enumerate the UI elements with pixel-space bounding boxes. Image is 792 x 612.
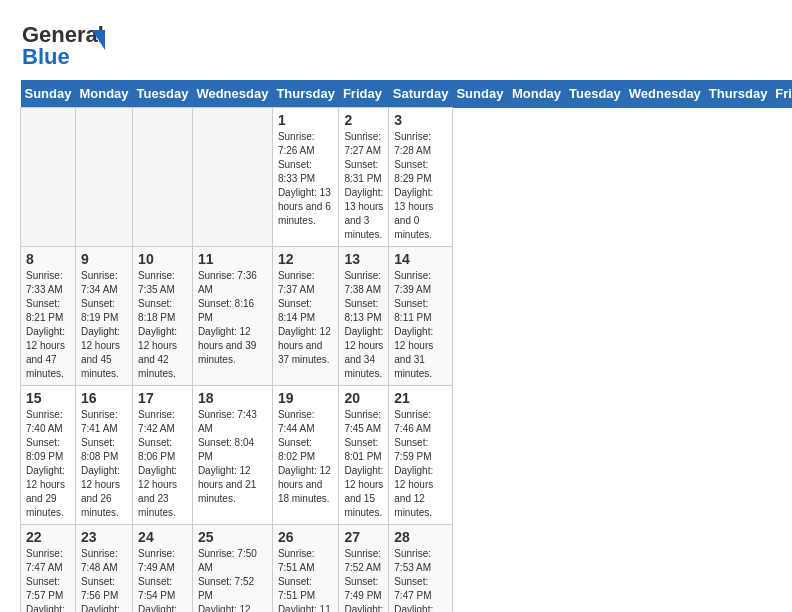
day-info: Sunrise: 7:43 AMSunset: 8:04 PMDaylight:… <box>198 408 267 506</box>
calendar-cell <box>133 108 193 247</box>
day-number: 3 <box>394 112 447 128</box>
week-row-3: 22Sunrise: 7:47 AMSunset: 7:57 PMDayligh… <box>21 525 793 613</box>
week-row-1: 8Sunrise: 7:33 AMSunset: 8:21 PMDaylight… <box>21 247 793 386</box>
calendar-cell: 22Sunrise: 7:47 AMSunset: 7:57 PMDayligh… <box>21 525 76 613</box>
calendar-table: SundayMondayTuesdayWednesdayThursdayFrid… <box>20 80 792 612</box>
day-info: Sunrise: 7:45 AMSunset: 8:01 PMDaylight:… <box>344 408 383 520</box>
calendar-cell: 28Sunrise: 7:53 AMSunset: 7:47 PMDayligh… <box>389 525 453 613</box>
day-number: 20 <box>344 390 383 406</box>
day-info: Sunrise: 7:38 AMSunset: 8:13 PMDaylight:… <box>344 269 383 381</box>
calendar-cell: 11Sunrise: 7:36 AMSunset: 8:16 PMDayligh… <box>192 247 272 386</box>
day-info: Sunrise: 7:40 AMSunset: 8:09 PMDaylight:… <box>26 408 70 520</box>
day-number: 18 <box>198 390 267 406</box>
day-header-wednesday: Wednesday <box>192 80 272 108</box>
day-header-saturday: Saturday <box>389 80 453 108</box>
logo: GeneralBlue <box>20 20 110 70</box>
day-info: Sunrise: 7:48 AMSunset: 7:56 PMDaylight:… <box>81 547 127 612</box>
calendar-cell: 19Sunrise: 7:44 AMSunset: 8:02 PMDayligh… <box>272 386 339 525</box>
page-header: GeneralBlue <box>20 20 772 70</box>
calendar-cell: 24Sunrise: 7:49 AMSunset: 7:54 PMDayligh… <box>133 525 193 613</box>
day-number: 27 <box>344 529 383 545</box>
day-header-thursday: Thursday <box>272 80 339 108</box>
day-info: Sunrise: 7:49 AMSunset: 7:54 PMDaylight:… <box>138 547 187 612</box>
day-number: 22 <box>26 529 70 545</box>
calendar-cell: 9Sunrise: 7:34 AMSunset: 8:19 PMDaylight… <box>75 247 132 386</box>
day-header-monday: Monday <box>75 80 132 108</box>
calendar-cell <box>192 108 272 247</box>
day-info: Sunrise: 7:36 AMSunset: 8:16 PMDaylight:… <box>198 269 267 367</box>
day-info: Sunrise: 7:34 AMSunset: 8:19 PMDaylight:… <box>81 269 127 381</box>
day-number: 16 <box>81 390 127 406</box>
day-info: Sunrise: 7:46 AMSunset: 7:59 PMDaylight:… <box>394 408 447 520</box>
day-number: 2 <box>344 112 383 128</box>
day-header-wednesday: Wednesday <box>625 80 705 108</box>
day-header-sunday: Sunday <box>452 80 507 108</box>
calendar-cell: 13Sunrise: 7:38 AMSunset: 8:13 PMDayligh… <box>339 247 389 386</box>
calendar-cell <box>21 108 76 247</box>
day-header-tuesday: Tuesday <box>565 80 625 108</box>
day-info: Sunrise: 7:26 AMSunset: 8:33 PMDaylight:… <box>278 130 334 228</box>
calendar-cell: 20Sunrise: 7:45 AMSunset: 8:01 PMDayligh… <box>339 386 389 525</box>
day-header-friday: Friday <box>771 80 792 108</box>
day-info: Sunrise: 7:53 AMSunset: 7:47 PMDaylight:… <box>394 547 447 612</box>
calendar-cell: 25Sunrise: 7:50 AMSunset: 7:52 PMDayligh… <box>192 525 272 613</box>
week-row-2: 15Sunrise: 7:40 AMSunset: 8:09 PMDayligh… <box>21 386 793 525</box>
day-number: 25 <box>198 529 267 545</box>
logo-svg: GeneralBlue <box>20 20 110 70</box>
day-info: Sunrise: 7:51 AMSunset: 7:51 PMDaylight:… <box>278 547 334 612</box>
day-number: 10 <box>138 251 187 267</box>
day-number: 14 <box>394 251 447 267</box>
day-number: 17 <box>138 390 187 406</box>
day-number: 26 <box>278 529 334 545</box>
header-row: SundayMondayTuesdayWednesdayThursdayFrid… <box>21 80 793 108</box>
day-number: 1 <box>278 112 334 128</box>
day-info: Sunrise: 7:39 AMSunset: 8:11 PMDaylight:… <box>394 269 447 381</box>
calendar-cell: 17Sunrise: 7:42 AMSunset: 8:06 PMDayligh… <box>133 386 193 525</box>
calendar-cell: 21Sunrise: 7:46 AMSunset: 7:59 PMDayligh… <box>389 386 453 525</box>
day-info: Sunrise: 7:35 AMSunset: 8:18 PMDaylight:… <box>138 269 187 381</box>
day-info: Sunrise: 7:50 AMSunset: 7:52 PMDaylight:… <box>198 547 267 612</box>
day-number: 13 <box>344 251 383 267</box>
day-info: Sunrise: 7:28 AMSunset: 8:29 PMDaylight:… <box>394 130 447 242</box>
svg-text:Blue: Blue <box>22 44 70 69</box>
day-info: Sunrise: 7:42 AMSunset: 8:06 PMDaylight:… <box>138 408 187 520</box>
calendar-cell: 18Sunrise: 7:43 AMSunset: 8:04 PMDayligh… <box>192 386 272 525</box>
calendar-cell: 27Sunrise: 7:52 AMSunset: 7:49 PMDayligh… <box>339 525 389 613</box>
day-header-tuesday: Tuesday <box>133 80 193 108</box>
day-info: Sunrise: 7:52 AMSunset: 7:49 PMDaylight:… <box>344 547 383 612</box>
day-header-monday: Monday <box>508 80 565 108</box>
day-header-friday: Friday <box>339 80 389 108</box>
week-row-0: 1Sunrise: 7:26 AMSunset: 8:33 PMDaylight… <box>21 108 793 247</box>
day-number: 23 <box>81 529 127 545</box>
day-info: Sunrise: 7:47 AMSunset: 7:57 PMDaylight:… <box>26 547 70 612</box>
day-info: Sunrise: 7:27 AMSunset: 8:31 PMDaylight:… <box>344 130 383 242</box>
day-info: Sunrise: 7:44 AMSunset: 8:02 PMDaylight:… <box>278 408 334 506</box>
calendar-cell: 3Sunrise: 7:28 AMSunset: 8:29 PMDaylight… <box>389 108 453 247</box>
calendar-cell: 26Sunrise: 7:51 AMSunset: 7:51 PMDayligh… <box>272 525 339 613</box>
calendar-cell: 23Sunrise: 7:48 AMSunset: 7:56 PMDayligh… <box>75 525 132 613</box>
calendar-cell: 2Sunrise: 7:27 AMSunset: 8:31 PMDaylight… <box>339 108 389 247</box>
calendar-cell: 15Sunrise: 7:40 AMSunset: 8:09 PMDayligh… <box>21 386 76 525</box>
calendar-cell: 16Sunrise: 7:41 AMSunset: 8:08 PMDayligh… <box>75 386 132 525</box>
calendar-cell: 1Sunrise: 7:26 AMSunset: 8:33 PMDaylight… <box>272 108 339 247</box>
calendar-cell: 12Sunrise: 7:37 AMSunset: 8:14 PMDayligh… <box>272 247 339 386</box>
calendar-cell: 14Sunrise: 7:39 AMSunset: 8:11 PMDayligh… <box>389 247 453 386</box>
day-number: 11 <box>198 251 267 267</box>
day-number: 28 <box>394 529 447 545</box>
day-number: 21 <box>394 390 447 406</box>
calendar-cell: 10Sunrise: 7:35 AMSunset: 8:18 PMDayligh… <box>133 247 193 386</box>
day-header-thursday: Thursday <box>705 80 772 108</box>
day-header-sunday: Sunday <box>21 80 76 108</box>
day-number: 24 <box>138 529 187 545</box>
day-number: 9 <box>81 251 127 267</box>
calendar-cell: 8Sunrise: 7:33 AMSunset: 8:21 PMDaylight… <box>21 247 76 386</box>
day-info: Sunrise: 7:33 AMSunset: 8:21 PMDaylight:… <box>26 269 70 381</box>
day-number: 15 <box>26 390 70 406</box>
day-number: 8 <box>26 251 70 267</box>
day-info: Sunrise: 7:37 AMSunset: 8:14 PMDaylight:… <box>278 269 334 367</box>
day-number: 19 <box>278 390 334 406</box>
day-number: 12 <box>278 251 334 267</box>
day-info: Sunrise: 7:41 AMSunset: 8:08 PMDaylight:… <box>81 408 127 520</box>
calendar-cell <box>75 108 132 247</box>
